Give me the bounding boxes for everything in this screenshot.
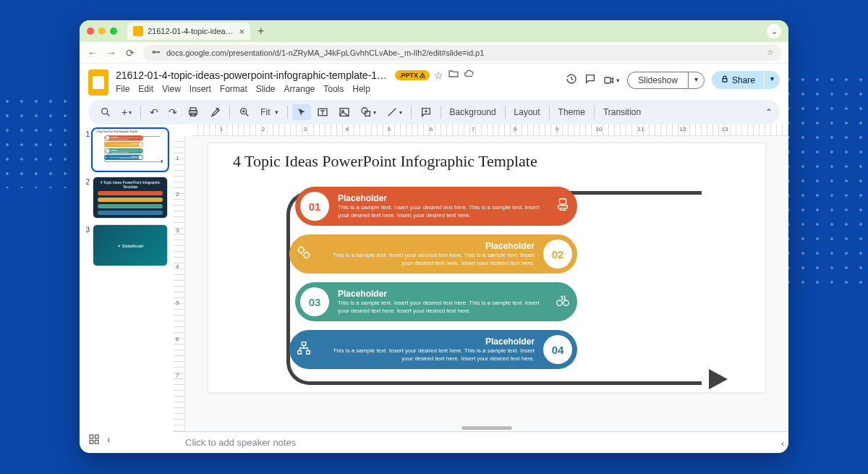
close-window[interactable] <box>87 27 94 35</box>
slide-title[interactable]: 4 Topic Ideas PowerPoint Infographic Tem… <box>233 152 537 171</box>
document-title[interactable]: 21612-01-4-topic-ideas-powerpoint-infogr… <box>116 69 391 81</box>
history-icon[interactable] <box>566 73 577 87</box>
pill-desc: This is a sample text. Insert your desir… <box>338 300 540 315</box>
pill-title: Placeholder <box>338 193 540 203</box>
minimize-window[interactable] <box>98 27 106 35</box>
workspace: 1 4 Topic Ideas PowerPoint Infographic T… <box>80 124 788 453</box>
svg-rect-31 <box>95 435 98 439</box>
reload-button[interactable]: ⟳ <box>124 47 136 59</box>
speaker-notes[interactable]: Click to add speaker notes <box>174 431 788 453</box>
redo-button[interactable]: ↷ <box>164 103 182 121</box>
slideshow-dropdown[interactable]: ▾ <box>688 72 705 89</box>
toolbar: +▾ ↶ ↷ Fit▾ ▾ ▾ Background Layout Theme … <box>88 100 780 124</box>
svg-rect-3 <box>723 79 727 82</box>
topic-pill-1[interactable]: 01 Placeholder This is a sample text. In… <box>295 187 577 226</box>
menu-arrange[interactable]: Arrange <box>284 84 315 94</box>
cloud-status-icon[interactable] <box>464 68 475 82</box>
undo-button[interactable]: ↶ <box>145 103 163 121</box>
close-tab-icon[interactable]: × <box>239 26 244 37</box>
line-tool-icon[interactable]: ▾ <box>382 103 407 121</box>
paint-format-button[interactable] <box>205 103 225 121</box>
slide-canvas[interactable]: 4 Topic Ideas PowerPoint Infographic Tem… <box>208 143 765 392</box>
svg-point-15 <box>106 143 106 144</box>
layout-button[interactable]: Layout <box>510 104 545 120</box>
menu-edit[interactable]: Edit <box>138 84 153 94</box>
browser-tab[interactable]: 21612-01-4-topic-ideas-pow × <box>127 22 250 40</box>
topic-pill-4[interactable]: Placeholder This is a sample text. Inser… <box>289 330 577 369</box>
chair-icon <box>548 197 577 216</box>
menu-insert[interactable]: Insert <box>190 84 211 94</box>
svg-rect-32 <box>90 440 93 444</box>
background-button[interactable]: Background <box>446 104 501 120</box>
explore-icon[interactable] <box>88 433 100 447</box>
shape-tool-icon[interactable]: ▾ <box>356 103 380 121</box>
new-tab-button[interactable]: + <box>258 25 264 38</box>
select-tool-icon[interactable] <box>292 104 311 120</box>
collapse-toolbar-icon[interactable]: ⌃ <box>765 107 773 117</box>
textbox-tool-icon[interactable] <box>312 103 333 121</box>
comments-icon[interactable] <box>584 73 596 87</box>
svg-rect-22 <box>559 198 566 203</box>
slide-title[interactable]: 4 Topic Ideas PowerPoint Infographic Tem… <box>97 131 138 134</box>
topic-pill-2[interactable]: Placeholder This is a sample text. Inser… <box>289 234 577 274</box>
slide-thumb-1[interactable]: 4 Topic Ideas PowerPoint Infographic Tem… <box>93 129 168 171</box>
menu-slide[interactable]: Slide <box>256 84 276 94</box>
slide-thumb-2[interactable]: 4 Topic Ideas PowerPoint Infographic Tem… <box>93 177 168 219</box>
svg-point-25 <box>557 300 562 305</box>
tab-strip: 21612-01-4-topic-ideas-pow × + ⌄ <box>80 20 788 42</box>
svg-point-26 <box>563 300 569 305</box>
menu-view[interactable]: View <box>162 84 181 94</box>
topic-pill-3[interactable]: 03 Placeholder This is a sample text. In… <box>295 282 577 321</box>
maximize-window[interactable] <box>110 27 117 35</box>
pill-desc: This is a sample text. Insert your desir… <box>338 204 540 219</box>
menu-format[interactable]: Format <box>220 84 247 94</box>
share-button[interactable]: Share <box>712 71 764 89</box>
topic-pill-1[interactable]: 01 Placeholder This is a sample text. In… <box>105 135 143 140</box>
site-info-icon[interactable] <box>150 46 162 59</box>
url-input[interactable]: docs.google.com/presentation/d/1-nZRyMA_… <box>143 45 781 61</box>
slides-logo-icon[interactable] <box>88 69 109 96</box>
hide-sidebar-icon[interactable]: ‹ <box>781 439 784 449</box>
thumb-number: 2 <box>84 178 90 186</box>
canvas-scroll[interactable]: 4 Topic Ideas PowerPoint Infographic Tem… <box>185 136 788 431</box>
menu-file[interactable]: File <box>116 84 129 94</box>
comment-tool-icon[interactable] <box>416 103 436 121</box>
share-dropdown[interactable]: ▾ <box>765 71 780 89</box>
slideshow-button[interactable]: Slideshow <box>627 72 688 89</box>
h-scrollbar[interactable] <box>461 426 512 430</box>
new-slide-button[interactable]: +▾ <box>117 103 136 121</box>
slide-thumb-3[interactable]: ✦ SlideModel <box>93 224 168 266</box>
move-document-icon[interactable] <box>448 68 459 82</box>
slide-canvas[interactable]: 4 Topic Ideas PowerPoint Infographic Tem… <box>93 130 168 163</box>
hide-filmstrip-icon[interactable]: ‹ <box>107 433 111 447</box>
svg-point-16 <box>106 144 107 145</box>
back-button[interactable]: ← <box>87 47 98 59</box>
pill-desc: This is a sample text. Insert your desir… <box>327 252 535 267</box>
pill-desc: This is a sample text. Insert your desir… <box>109 144 137 146</box>
menu-help[interactable]: Help <box>352 84 370 94</box>
svg-point-0 <box>153 51 155 53</box>
star-document-icon[interactable]: ☆ <box>434 69 443 81</box>
pptx-badge[interactable]: .PPTX⚠ <box>395 70 430 80</box>
search-menus-icon[interactable] <box>95 103 116 121</box>
topic-pill-3[interactable]: 03 Placeholder This is a sample text. In… <box>105 148 143 153</box>
topic-pill-2[interactable]: Placeholder This is a sample text. Inser… <box>104 142 143 147</box>
slide-thumbnails: 1 4 Topic Ideas PowerPoint Infographic T… <box>80 124 174 453</box>
forward-button[interactable]: → <box>106 47 117 59</box>
print-button[interactable] <box>183 103 203 121</box>
zoom-select[interactable]: Fit▾ <box>256 104 282 120</box>
pill-number: 01 <box>300 192 329 221</box>
menu-tools[interactable]: Tools <box>323 84 344 94</box>
pill-number: 02 <box>543 240 572 268</box>
meet-icon[interactable]: ▾ <box>603 75 620 86</box>
bookmark-icon[interactable]: ☆ <box>767 48 774 57</box>
horizontal-ruler: 12345678910111213 <box>192 124 788 136</box>
theme-button[interactable]: Theme <box>554 104 590 120</box>
pill-desc: This is a sample text. Insert your desir… <box>109 157 137 159</box>
topic-pill-4[interactable]: Placeholder This is a sample text. Inser… <box>104 155 143 160</box>
pill-number: 04 <box>543 335 572 364</box>
tab-list-button[interactable]: ⌄ <box>767 24 781 38</box>
zoom-tool-icon[interactable] <box>234 103 255 121</box>
image-tool-icon[interactable] <box>334 103 354 121</box>
transition-button[interactable]: Transition <box>599 104 645 120</box>
